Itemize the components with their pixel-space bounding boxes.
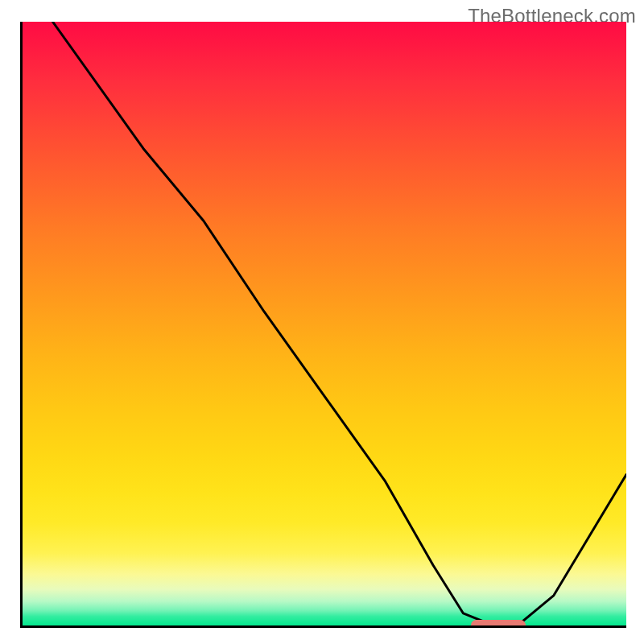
chart-container: TheBottleneck.com xyxy=(0,0,644,644)
curve-path xyxy=(52,22,626,625)
optimal-marker xyxy=(471,620,526,628)
bottleneck-curve xyxy=(23,22,626,625)
plot-area xyxy=(20,22,626,628)
